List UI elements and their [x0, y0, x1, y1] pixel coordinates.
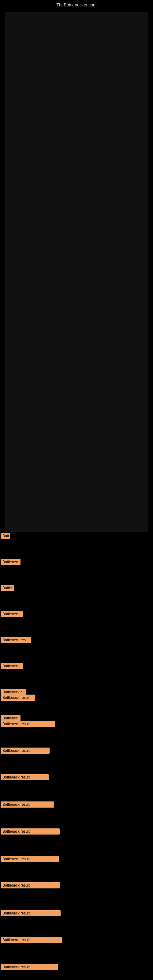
site-title: TheBottlenecker.com: [0, 0, 153, 9]
page-container: TheBottlenecker.com: [0, 0, 153, 980]
chart-area: [5, 12, 148, 532]
